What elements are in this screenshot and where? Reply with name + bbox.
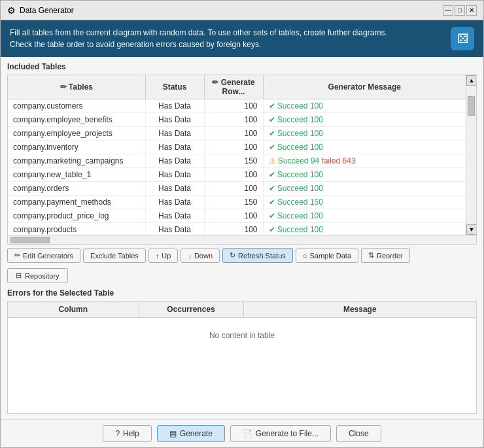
included-tables-title: Included Tables	[7, 62, 477, 71]
main-window: ⚙ Data Generator — □ ✕ Fill all tables f…	[0, 0, 484, 448]
succeed-icon: ✔	[269, 143, 275, 152]
scrollbar-thumb[interactable]	[468, 96, 475, 116]
up-arrow-icon: ↑	[156, 252, 160, 260]
err-col-occurrences: Occurrences	[139, 302, 243, 318]
table-scroll-area[interactable]: ✏ Tables Status ✏ Generate Row... Genera…	[8, 75, 466, 235]
row-message: ✔ Succeed 100	[263, 99, 466, 113]
row-table-name: company.product_price_log	[8, 209, 145, 223]
window-title: Data Generator	[20, 6, 74, 15]
sample-icon: ○	[303, 252, 307, 260]
close-button[interactable]: Close	[336, 425, 381, 442]
table-row[interactable]: company.ordersHas Data100✔ Succeed 100	[8, 182, 466, 196]
col-status: Status	[145, 75, 204, 99]
sample-data-button[interactable]: ○ Sample Data	[296, 249, 358, 263]
col-generator-message: Generator Message	[263, 75, 466, 99]
repo-icon: ⊟	[16, 271, 22, 280]
included-tables-table: ✏ Tables Status ✏ Generate Row... Genera…	[8, 75, 466, 235]
row-message: ✔ Succeed 100	[263, 113, 466, 127]
dice-icon: ⚄	[451, 27, 474, 50]
row-generate-rows: 100	[204, 223, 263, 235]
table-row[interactable]: company.inventoryHas Data100✔ Succeed 10…	[8, 141, 466, 154]
row-message: ✔ Succeed 100	[263, 127, 466, 141]
row-table-name: company.customers	[8, 99, 145, 113]
row-table-name: company.payment_methods	[8, 196, 145, 209]
hscroll-thumb[interactable]	[10, 237, 50, 243]
banner-line2: Check the table order to avoid generatio…	[10, 39, 444, 50]
succeed-icon: ✔	[269, 170, 275, 179]
exclude-tables-button[interactable]: Exclude Tables	[83, 249, 146, 263]
footer: ? Help ▤ Generate 📄 Generate to File... …	[1, 419, 483, 447]
row-status: Has Data	[145, 113, 204, 127]
main-toolbar: ✏ Edit Generators Exclude Tables ↑ Up ↓ …	[7, 248, 477, 263]
edit-icon: ✏	[14, 251, 20, 260]
pencil-icon-tables: ✏	[60, 82, 67, 92]
minimize-button[interactable]: —	[443, 5, 453, 16]
table-row[interactable]: company.employee_benefitsHas Data100✔ Su…	[8, 113, 466, 127]
main-content: Included Tables ✏ Tables Status	[1, 57, 483, 419]
row-table-name: company.orders	[8, 182, 145, 196]
succeed-icon: ✔	[269, 129, 275, 138]
succeed-icon: ✔	[269, 184, 275, 193]
reorder-icon: ⇅	[368, 251, 374, 260]
table-row[interactable]: company.product_price_logHas Data100✔ Su…	[8, 209, 466, 223]
errors-table: Column Occurrences Message No content in…	[8, 302, 476, 353]
table-row[interactable]: company.productsHas Data100✔ Succeed 100	[8, 223, 466, 235]
included-tables-container: ✏ Tables Status ✏ Generate Row... Genera…	[7, 75, 477, 245]
help-button[interactable]: ? Help	[103, 425, 151, 442]
down-button[interactable]: ↓ Down	[181, 249, 220, 263]
row-generate-rows: 100	[204, 113, 263, 127]
row-table-name: company.marketing_campaigns	[8, 154, 145, 168]
row-status: Has Data	[145, 182, 204, 196]
errors-section: Errors for the Selected Table Column Occ…	[7, 288, 477, 414]
row-message: ✔ Succeed 100	[263, 141, 466, 154]
down-arrow-icon: ↓	[188, 252, 192, 260]
up-button[interactable]: ↑ Up	[148, 249, 179, 263]
refresh-status-button[interactable]: ↻ Refresh Status	[222, 248, 293, 263]
warn-icon: ⚠	[269, 156, 276, 165]
row-table-name: company.products	[8, 223, 145, 235]
row-table-name: company.employee_benefits	[8, 113, 145, 127]
row-generate-rows: 100	[204, 209, 263, 223]
titlebar-left: ⚙ Data Generator	[7, 5, 74, 16]
close-button[interactable]: ✕	[466, 5, 477, 16]
succeed-icon: ✔	[269, 211, 275, 220]
titlebar-controls: — □ ✕	[443, 5, 477, 16]
row-generate-rows: 150	[204, 154, 263, 168]
row-generate-rows: 100	[204, 127, 263, 141]
banner-line1: Fill all tables from the current diagram…	[10, 27, 444, 39]
row-status: Has Data	[145, 99, 204, 113]
table-row[interactable]: company.marketing_campaignsHas Data150⚠ …	[8, 154, 466, 168]
succeed-icon: ✔	[269, 101, 275, 111]
maximize-button[interactable]: □	[455, 5, 465, 16]
generate-icon: ▤	[169, 429, 177, 438]
row-message: ✔ Succeed 150	[263, 196, 466, 209]
errors-title: Errors for the Selected Table	[7, 288, 477, 298]
row-message: ⚠ Succeed 94 failed 643	[263, 154, 466, 168]
pencil-icon-rows: ✏	[212, 78, 218, 87]
succeed-icon: ✔	[269, 115, 275, 124]
row-status: Has Data	[145, 196, 204, 209]
row-generate-rows: 100	[204, 99, 263, 113]
table-row[interactable]: company.new_table_1Has Data100✔ Succeed …	[8, 168, 466, 182]
row-generate-rows: 150	[204, 196, 263, 209]
app-icon: ⚙	[7, 5, 16, 16]
row-message: ✔ Succeed 100	[263, 168, 466, 182]
vertical-scrollbar[interactable]: ▲ ▼	[466, 75, 476, 235]
row-status: Has Data	[145, 223, 204, 235]
edit-generators-button[interactable]: ✏ Edit Generators	[7, 248, 80, 263]
generate-button[interactable]: ▤ Generate	[157, 425, 225, 442]
table-row[interactable]: company.employee_projectsHas Data100✔ Su…	[8, 127, 466, 141]
succeed-icon: ✔	[269, 225, 275, 234]
generate-to-file-button[interactable]: 📄 Generate to File...	[230, 425, 331, 442]
reorder-button[interactable]: ⇅ Reorder	[361, 248, 410, 263]
row-table-name: company.inventory	[8, 141, 145, 154]
row-generate-rows: 100	[204, 141, 263, 154]
no-content-cell: No content in table	[8, 318, 476, 354]
horizontal-scrollbar[interactable]	[8, 235, 476, 244]
err-col-message: Message	[243, 302, 476, 318]
row-message: ✔ Succeed 100	[263, 223, 466, 235]
repository-button[interactable]: ⊟ Repository	[7, 268, 68, 283]
table-row[interactable]: company.customersHas Data100✔ Succeed 10…	[8, 99, 466, 113]
table-row[interactable]: company.payment_methodsHas Data150✔ Succ…	[8, 196, 466, 209]
row-message: ✔ Succeed 100	[263, 209, 466, 223]
